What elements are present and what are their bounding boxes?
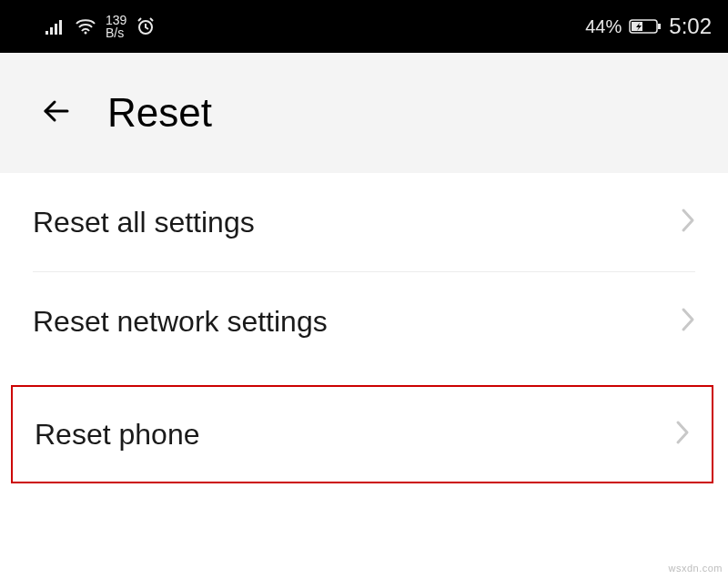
svg-point-4 [85,32,87,35]
page-title: Reset [107,90,212,136]
watermark: wsxdn.com [668,563,723,574]
network-speed-value: 139 [106,14,126,26]
chevron-right-icon [675,420,690,449]
svg-rect-3 [59,20,62,35]
clock-time: 5:02 [669,14,712,39]
svg-rect-8 [658,24,661,29]
chevron-right-icon [681,208,695,237]
list-item-label: Reset all settings [33,206,255,239]
list-item-reset-all-settings[interactable]: Reset all settings [0,173,728,271]
page-header: Reset [0,53,728,173]
list-item-label: Reset phone [35,418,199,452]
network-speed: 139 B/s [106,14,126,39]
list-item-reset-phone[interactable]: Reset phone [11,385,713,483]
svg-rect-1 [50,27,53,35]
alarm-icon [136,16,156,36]
battery-percent: 44% [585,16,622,37]
back-button[interactable] [36,93,76,133]
network-speed-unit: B/s [106,26,124,39]
list-item-reset-network-settings[interactable]: Reset network settings [0,272,728,371]
status-right-group: 44% 5:02 [585,14,712,39]
wifi-icon [75,18,96,35]
chevron-right-icon [681,307,695,336]
list-item-label: Reset network settings [33,305,328,339]
spacer [0,371,728,385]
svg-rect-2 [55,24,57,35]
status-left-group: 139 B/s [46,14,156,39]
arrow-left-icon [38,93,75,133]
svg-rect-0 [46,31,48,35]
cellular-signal-icon [46,18,66,35]
settings-list: Reset all settings Reset network setting… [0,173,728,483]
status-bar: 139 B/s 44% 5:02 [0,0,728,53]
battery-icon [629,18,662,35]
